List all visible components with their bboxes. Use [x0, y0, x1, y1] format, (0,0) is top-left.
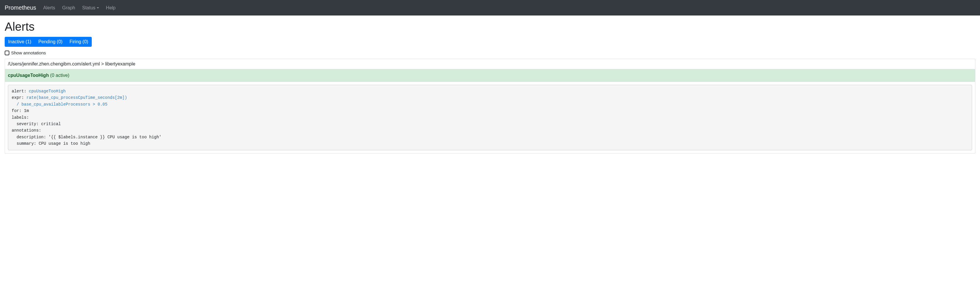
filter-firing-button[interactable]: Firing (0) — [66, 37, 92, 47]
state-filter-group: Inactive (1) Pending (0) Firing (0) — [5, 37, 92, 47]
alert-rule-name: cpuUsageTooHigh — [8, 73, 49, 78]
code-rest: for: 1m labels: severity: critical annot… — [12, 109, 161, 146]
nav-graph[interactable]: Graph — [60, 3, 78, 13]
nav-status[interactable]: Status — [80, 3, 101, 13]
show-annotations-checkbox[interactable] — [5, 51, 10, 55]
rule-group-header: /Users/jennifer.zhen.chengibm.com/alert.… — [5, 59, 975, 69]
show-annotations-row[interactable]: Show annotations — [5, 50, 975, 55]
rule-definition-code: alert: cpuUsageTooHigh expr: rate(base_c… — [8, 85, 972, 150]
code-alert-name-link[interactable]: cpuUsageTooHigh — [29, 89, 66, 94]
code-expr-line1: rate(base_cpu_processCpuTime_seconds[2m]… — [26, 95, 127, 100]
code-expr-key: expr: — [12, 95, 26, 100]
alert-rule-header[interactable]: cpuUsageTooHigh (0 active) — [5, 69, 975, 82]
nav-help[interactable]: Help — [104, 3, 118, 13]
nav-alerts[interactable]: Alerts — [41, 3, 57, 13]
filter-pending-button[interactable]: Pending (0) — [35, 37, 66, 47]
nav-list: Alerts Graph Status Help — [41, 3, 120, 13]
chevron-down-icon — [97, 7, 99, 8]
page-title: Alerts — [5, 20, 975, 34]
alert-rule-body: alert: cpuUsageTooHigh expr: rate(base_c… — [5, 82, 975, 153]
show-annotations-label[interactable]: Show annotations — [11, 50, 46, 55]
code-alert-key: alert: — [12, 89, 29, 94]
filter-inactive-button[interactable]: Inactive (1) — [5, 37, 35, 47]
alert-rule-active-count: (0 active) — [49, 73, 69, 78]
code-expr-line2: / base_cpu_availableProcessors > 0.05 — [12, 102, 108, 107]
navbar: Prometheus Alerts Graph Status Help — [0, 0, 980, 16]
brand-link[interactable]: Prometheus — [5, 5, 36, 11]
nav-status-label: Status — [82, 5, 95, 11]
code-expr-link[interactable]: rate(base_cpu_processCpuTime_seconds[2m]… — [12, 95, 127, 107]
main-container: Alerts Inactive (1) Pending (0) Firing (… — [0, 16, 980, 158]
